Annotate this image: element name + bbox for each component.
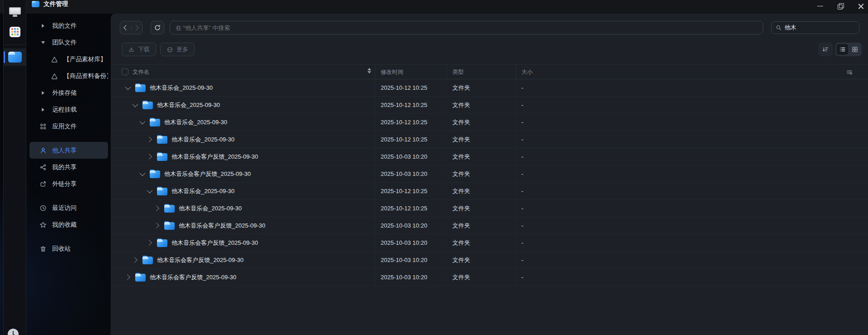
sidebar-item-product-library[interactable]: 【产品素材库】: [29, 51, 108, 68]
table-row[interactable]: 他木音乐会_2025-09-302025-10-12 10:25文件夹-: [111, 200, 868, 217]
team-library-icon: [51, 56, 58, 63]
file-type: 文件夹: [446, 200, 515, 217]
dock-item-apps[interactable]: [4, 24, 26, 40]
sidebar-item-my-shares[interactable]: 我的共享: [29, 159, 108, 175]
file-size: -: [515, 234, 606, 251]
refresh-button[interactable]: [151, 21, 164, 34]
forward-button[interactable]: [131, 26, 142, 29]
grid-view-button[interactable]: [849, 44, 860, 55]
sidebar: 我的文件 团队文件 【产品素材库】 【商品资料备份】 外接存储 远程挂载 应用文…: [27, 14, 111, 335]
table-row[interactable]: 他木音乐会_2025-09-302025-10-12 10:25文件夹-: [111, 97, 868, 114]
dock-divider: [4, 44, 26, 45]
folder-flap: [135, 84, 142, 87]
file-modified: 2025-10-03 10:20: [375, 148, 446, 165]
column-settings-button[interactable]: [846, 68, 853, 76]
sidebar-item-my-files[interactable]: 我的文件: [29, 17, 108, 34]
caret-right-icon[interactable]: [39, 106, 47, 113]
file-name[interactable]: 他木音乐会_2025-09-30: [157, 101, 220, 109]
sidebar-item-external-links[interactable]: 外链分享: [29, 175, 108, 192]
sidebar-item-recycle-bin[interactable]: 回收站: [29, 240, 108, 257]
table-row[interactable]: 他木音乐会客户反馈_2025-09-302025-10-03 10:20文件夹-: [111, 252, 868, 269]
file-type: 文件夹: [446, 131, 515, 148]
table-row[interactable]: 他木音乐会客户反馈_2025-09-302025-10-03 10:20文件夹-: [111, 269, 868, 286]
dock: [3, 0, 26, 335]
list-view-button[interactable]: [837, 44, 848, 55]
sort-order-button[interactable]: [818, 43, 833, 56]
file-name[interactable]: 他木音乐会客户反馈_2025-09-30: [157, 256, 244, 264]
file-name[interactable]: 他木音乐会_2025-09-30: [172, 187, 235, 195]
folder-flap: [142, 257, 149, 259]
more-button[interactable]: 更多: [160, 43, 195, 56]
chevron-right-icon[interactable]: [153, 223, 159, 228]
chevron-down-icon[interactable]: [132, 102, 138, 107]
chevron-right-icon[interactable]: [146, 240, 152, 246]
chevron-right-icon[interactable]: [153, 205, 159, 211]
search-box: [771, 21, 859, 34]
table-row[interactable]: 他木音乐会客户反馈_2025-09-302025-10-03 10:20文件夹-: [111, 165, 868, 183]
sidebar-item-app-files[interactable]: 应用文件: [29, 118, 108, 135]
column-header-name[interactable]: 文件名: [132, 65, 150, 79]
folder-icon: [150, 118, 160, 126]
chevron-right-icon[interactable]: [132, 257, 137, 263]
file-size: -: [515, 200, 606, 217]
chevron-right-icon[interactable]: [146, 136, 152, 142]
file-type: 文件夹: [446, 79, 515, 96]
close-icon[interactable]: [858, 3, 864, 10]
chevron-down-icon[interactable]: [147, 188, 153, 194]
minimize-icon[interactable]: [817, 3, 824, 10]
sidebar-item-favorites[interactable]: 我的收藏: [29, 216, 108, 233]
dock-item-desktop[interactable]: [4, 4, 26, 20]
table-row[interactable]: 他木音乐会客户反馈_2025-09-302025-10-03 10:20文件夹-: [111, 234, 868, 252]
file-name[interactable]: 他木音乐会_2025-09-30: [164, 118, 227, 126]
file-name[interactable]: 他木音乐会客户反馈_2025-09-30: [172, 239, 258, 247]
chevron-right-icon[interactable]: [146, 154, 152, 160]
file-name[interactable]: 他木音乐会_2025-09-30: [150, 84, 213, 92]
column-header-modified[interactable]: 修改时间: [375, 65, 446, 79]
folder-icon: [135, 273, 146, 282]
chevron-down-icon[interactable]: [125, 84, 131, 90]
sidebar-item-external-storage[interactable]: 外接存储: [29, 84, 108, 101]
folder-icon: [157, 238, 167, 247]
sidebar-item-goods-backup[interactable]: 【商品资料备份】: [29, 68, 108, 84]
download-button[interactable]: 下载: [122, 43, 156, 56]
chevron-down-icon[interactable]: [140, 119, 146, 125]
table-row[interactable]: 他木音乐会_2025-09-302025-10-12 10:25文件夹-: [111, 79, 868, 97]
file-size: -: [515, 131, 606, 148]
caret-right-icon[interactable]: [39, 89, 47, 97]
file-name[interactable]: 他木音乐会客户反馈_2025-09-30: [172, 153, 258, 161]
chevron-right-icon[interactable]: [124, 274, 130, 280]
file-manager-icon: [8, 52, 22, 63]
file-size: -: [515, 252, 606, 268]
sidebar-item-team-files[interactable]: 团队文件: [29, 34, 108, 51]
file-name[interactable]: 他木音乐会_2025-09-30: [179, 204, 242, 213]
back-button[interactable]: [120, 26, 131, 29]
file-size: -: [515, 79, 606, 96]
restore-icon[interactable]: [837, 3, 844, 10]
shared-person-icon: [39, 147, 47, 154]
caret-right-icon[interactable]: [39, 22, 47, 29]
file-name[interactable]: 他木音乐会客户反馈_2025-09-30: [179, 222, 265, 230]
sidebar-item-recent[interactable]: 最近访问: [29, 199, 108, 216]
table-row[interactable]: 他木音乐会_2025-09-302025-10-12 10:25文件夹-: [111, 183, 868, 200]
file-name[interactable]: 他木音乐会客户反馈_2025-09-30: [164, 170, 251, 178]
table-row[interactable]: 他木音乐会_2025-09-302025-10-12 10:25文件夹-: [111, 114, 868, 131]
select-all-checkbox[interactable]: [122, 68, 128, 75]
scope-search-input[interactable]: [170, 21, 763, 34]
search-input[interactable]: [785, 24, 855, 31]
file-type: 文件夹: [446, 183, 515, 199]
dock-item-file-manager[interactable]: [4, 49, 26, 66]
column-header-type[interactable]: 类型: [446, 65, 515, 79]
sidebar-item-shared-by-others[interactable]: 他人共享: [29, 142, 108, 159]
file-name[interactable]: 他木音乐会_2025-09-30: [172, 136, 235, 144]
chevron-down-icon[interactable]: [140, 170, 146, 176]
caret-down-icon[interactable]: [39, 39, 47, 46]
sort-arrows-icon[interactable]: [368, 68, 371, 73]
table-row[interactable]: 他木音乐会_2025-09-302025-10-12 10:25文件夹-: [111, 131, 868, 148]
folder-flap: [150, 119, 156, 121]
file-size: -: [515, 217, 606, 234]
sidebar-item-remote-mount[interactable]: 远程挂载: [29, 101, 108, 118]
table-row[interactable]: 他木音乐会客户反馈_2025-09-302025-10-03 10:20文件夹-: [111, 217, 868, 234]
table-row[interactable]: 他木音乐会客户反馈_2025-09-302025-10-03 10:20文件夹-: [111, 148, 868, 165]
column-header-size[interactable]: 大小: [515, 65, 606, 79]
file-name[interactable]: 他木音乐会客户反馈_2025-09-30: [150, 273, 236, 282]
